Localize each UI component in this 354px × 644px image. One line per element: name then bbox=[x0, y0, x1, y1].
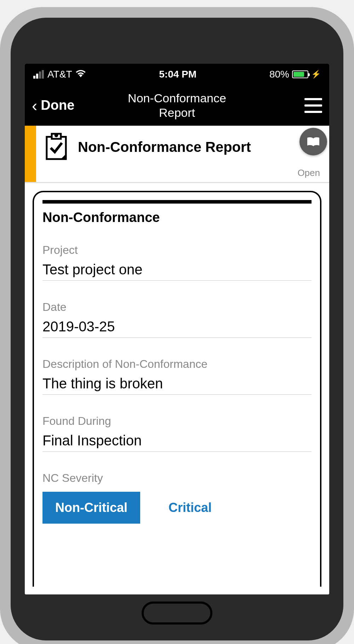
battery-percent: 80% bbox=[269, 69, 289, 80]
accent-bar bbox=[25, 126, 36, 182]
svg-rect-0 bbox=[47, 137, 66, 159]
charging-icon: ⚡ bbox=[311, 70, 321, 79]
severity-non-critical-button[interactable]: Non-Critical bbox=[42, 492, 140, 524]
back-button[interactable]: ‹ Done bbox=[32, 96, 74, 115]
phone-device-frame: AT&T 5:04 PM 80% ⚡ bbox=[0, 7, 354, 644]
severity-critical-button[interactable]: Critical bbox=[156, 492, 224, 524]
section-heading: Non-Conformance bbox=[42, 210, 312, 225]
svg-point-2 bbox=[55, 134, 57, 136]
field-severity: NC Severity Non-Critical Critical bbox=[42, 472, 312, 524]
field-label: Date bbox=[42, 301, 312, 314]
field-found-during[interactable]: Found During Final Inspection bbox=[42, 415, 312, 452]
status-time: 5:04 PM bbox=[159, 69, 196, 80]
section-divider bbox=[42, 200, 312, 204]
phone-inner-bezel: AT&T 5:04 PM 80% ⚡ bbox=[11, 18, 343, 640]
field-label: Found During bbox=[42, 415, 312, 428]
book-open-icon bbox=[306, 136, 320, 147]
nav-bar: ‹ Done Non-Conformance Report bbox=[25, 85, 329, 126]
field-label: Project bbox=[42, 244, 312, 257]
field-project[interactable]: Project Test project one bbox=[42, 244, 312, 281]
field-value: The thing is broken bbox=[42, 376, 312, 395]
field-label: Description of Non-Conformance bbox=[42, 358, 312, 371]
field-value: Test project one bbox=[42, 262, 312, 281]
field-description[interactable]: Description of Non-Conformance The thing… bbox=[42, 358, 312, 395]
status-bar: AT&T 5:04 PM 80% ⚡ bbox=[25, 64, 329, 85]
screen-title: Non-Conformance Report bbox=[110, 91, 244, 120]
wifi-icon bbox=[75, 69, 86, 80]
field-label: NC Severity bbox=[42, 472, 312, 485]
hamburger-icon bbox=[304, 98, 322, 100]
status-right: 80% ⚡ bbox=[269, 69, 321, 80]
screen: AT&T 5:04 PM 80% ⚡ bbox=[25, 64, 329, 594]
report-header: Non-Conformance Report Open bbox=[25, 126, 329, 183]
battery-icon bbox=[292, 70, 308, 78]
open-reference-button[interactable] bbox=[299, 128, 327, 155]
report-title: Non-Conformance Report bbox=[78, 139, 323, 155]
field-value: Final Inspection bbox=[42, 433, 312, 452]
form-card: Non-Conformance Project Test project one… bbox=[33, 191, 321, 587]
status-left: AT&T bbox=[33, 69, 86, 80]
field-date[interactable]: Date 2019-03-25 bbox=[42, 301, 312, 338]
chevron-left-icon: ‹ bbox=[32, 96, 37, 115]
back-label: Done bbox=[41, 98, 74, 113]
field-value: 2019-03-25 bbox=[42, 319, 312, 338]
menu-button[interactable] bbox=[304, 98, 322, 113]
form-area: Non-Conformance Project Test project one… bbox=[25, 183, 329, 594]
home-button[interactable] bbox=[142, 602, 212, 625]
clipboard-check-icon bbox=[42, 132, 70, 162]
report-status: Open bbox=[42, 167, 323, 178]
carrier-label: AT&T bbox=[47, 69, 72, 80]
signal-strength-icon bbox=[33, 70, 44, 79]
